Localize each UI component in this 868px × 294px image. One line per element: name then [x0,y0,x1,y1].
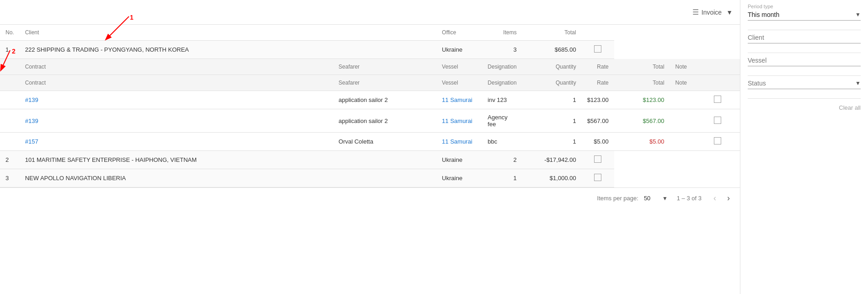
ir2-designation: Agency fee [482,109,522,133]
row1-client: 222 SHIPPING & TRADING - PYONGYANG, NORT… [20,41,333,59]
ir2-no [0,109,20,133]
sidebar-period-type: Period type This month ▼ [748,4,861,21]
col-header-client: Client [20,25,333,41]
sublabel-quantity: Quantity [522,75,582,91]
client-row-3: 3 NEW APOLLO NAVIGATION LIBERIA Ukraine … [0,169,740,187]
subh-vessel: Vessel [436,59,482,75]
ir1-quantity: 1 [522,91,582,109]
clear-all-button[interactable]: Clear all [748,102,861,113]
client-input-wrap[interactable] [748,34,861,43]
ir3-quantity: 1 [522,133,582,151]
ir3-total: $5.00 [614,133,670,151]
period-type-select-wrap[interactable]: This month ▼ [748,11,861,21]
item-row-3: #157 Orval Coletta 11 Samurai bbc 1 $5.0… [0,133,740,151]
filter-icon[interactable] [726,9,733,16]
col-header-spacer [333,25,436,41]
row3-no: 3 [0,169,20,187]
sublabel-note: Note [670,75,709,91]
sublabel-total: Total [614,75,670,91]
ir1-no [0,91,20,109]
sidebar-status-field: ▼ [748,80,861,89]
row1-total: $685.00 [522,41,582,59]
sublabel-cb [708,75,740,91]
row2-total: -$17,942.00 [522,151,582,169]
ir3-seafarer: Orval Coletta [333,133,436,151]
ir2-vessel[interactable]: 11 Samurai [436,109,482,133]
svg-text:2: 2 [12,48,16,55]
row1-office: Ukraine [436,41,482,59]
row3-items: 1 [482,169,522,187]
sublabel-no [0,75,20,91]
row3-checkbox[interactable] [582,169,614,187]
items-per-page-select-wrap[interactable]: 50 25 100 ▼ [644,195,668,202]
ir2-cb[interactable] [708,109,740,133]
items-per-page-arrow: ▼ [662,195,668,202]
status-input[interactable] [748,80,855,87]
subh-total: Total [614,59,670,75]
row1-checkbox[interactable] [582,41,614,59]
ir3-vessel[interactable]: 11 Samurai [436,133,482,151]
status-arrow: ▼ [855,80,861,86]
status-select-wrap[interactable]: ▼ [748,80,861,89]
row1-items: 3 [482,41,522,59]
pagination-prev-button[interactable]: ‹ [711,192,719,204]
ir2-rate: $567.00 [582,109,614,133]
ir2-note [670,109,709,133]
row3-client: NEW APOLLO NAVIGATION LIBERIA [20,169,333,187]
pagination-next-button[interactable]: › [724,192,733,204]
subh-note: Note [670,59,709,75]
subh-designation: Designation [482,59,522,75]
sublabel-seafarer: Seafarer [333,75,436,91]
main-table: No. Client Office Items Total 1 [0,25,740,187]
items-per-page-label: Items per page: [597,195,638,202]
vessel-input-wrap[interactable] [748,57,861,66]
sublabel-vessel: Vessel [436,75,482,91]
ir3-contract[interactable]: #157 [20,133,333,151]
invoice-label: Invoice [702,9,722,16]
invoice-toolbar: Invoice [692,8,722,16]
sublabel-rate: Rate [582,75,614,91]
ir1-contract[interactable]: #139 [20,91,333,109]
sidebar: Period type This month ▼ [740,0,868,294]
row3-spacer [333,169,436,187]
subh-quantity: Quantity [522,59,582,75]
subh-cb [708,59,740,75]
invoice-icon [692,8,699,16]
row2-office: Ukraine [436,151,482,169]
pagination: Items per page: 50 25 100 ▼ 1 – 3 of 3 ‹… [0,187,740,208]
sidebar-divider-4 [748,98,861,99]
row2-items: 2 [482,151,522,169]
col-header-checkbox [582,25,614,41]
ir1-vessel[interactable]: 11 Samurai [436,91,482,109]
ir2-quantity: 1 [522,109,582,133]
ir1-rate: $123.00 [582,91,614,109]
ir3-cb[interactable] [708,133,740,151]
ir1-total: $123.00 [614,91,670,109]
ir2-total: $567.00 [614,109,670,133]
client-input[interactable] [748,34,861,41]
vessel-input[interactable] [748,57,861,64]
ir1-cb[interactable] [708,91,740,109]
pagination-range: 1 – 3 of 3 [677,195,702,202]
period-type-label: Period type [748,4,861,9]
row3-total: $1,000.00 [522,169,582,187]
item-row-2: #139 application sailor 2 11 Samurai Age… [0,109,740,133]
row2-no: 2 [0,151,20,169]
items-per-page-select[interactable]: 50 25 100 [644,195,660,202]
sidebar-vessel-field [748,57,861,66]
client-row-2: 2 101 MARITIME SAFETY ENTERPRISE - HAIPH… [0,151,740,169]
annotation-arrow-2: 2 [0,48,33,75]
row2-client: 101 MARITIME SAFETY ENTERPRISE - HAIPHON… [20,151,333,169]
sublabel-designation: Designation [482,75,522,91]
subh-seafarer: Seafarer [333,59,436,75]
row1-spacer [333,41,436,59]
ir1-note [670,91,709,109]
ir2-contract[interactable]: #139 [20,109,333,133]
row2-checkbox[interactable] [582,151,614,169]
sidebar-divider-3 [748,75,861,76]
ir3-no [0,133,20,151]
subh-no: 2 [0,59,20,75]
ir2-seafarer: application sailor 2 [333,109,436,133]
period-type-value: This month [748,11,779,18]
client-row-1: 1 1 222 S [0,41,740,59]
